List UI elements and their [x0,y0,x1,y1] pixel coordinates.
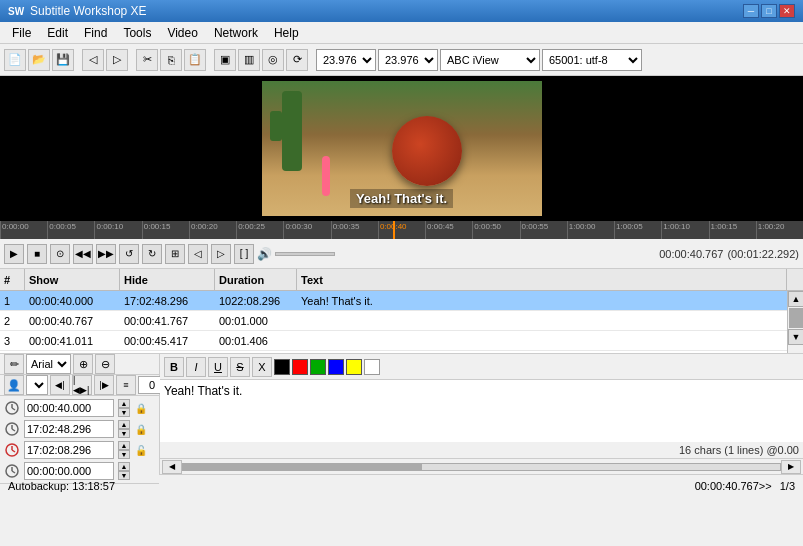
next-frame-button[interactable]: ▶▶ [96,244,116,264]
loop-button[interactable]: ⊙ [50,244,70,264]
h-scroll-thumb[interactable] [183,464,422,470]
underline-button[interactable]: U [208,357,228,377]
table-row[interactable]: 1 00:00:40.000 17:02:48.296 1022:08.296 … [0,291,803,311]
video-frame: Yeah! That's it. [262,81,542,216]
show-time-spin[interactable]: ▲ ▼ [118,399,130,417]
duration-lock-icon[interactable]: 🔓 [134,443,148,457]
redo-button[interactable]: ▷ [106,49,128,71]
hide-time-up[interactable]: ▲ [118,420,130,429]
tool2-button[interactable]: ▥ [238,49,260,71]
color-black[interactable] [274,359,290,375]
scroll-thumb[interactable] [789,308,803,328]
left-panel: ✏ Arial ⊕ ⊖ 👤 ◀| |◀▶| |▶ ≡ ⤺ ⤻ [0,354,160,474]
show-lock-icon[interactable]: 🔒 [134,401,148,415]
add-style-button[interactable]: ⊕ [73,354,93,374]
show-time-up[interactable]: ▲ [118,399,130,408]
pencil-button[interactable]: ✏ [4,354,24,374]
loop3-button[interactable]: ↻ [142,244,162,264]
tool3-button[interactable]: ◎ [262,49,284,71]
minimize-button[interactable]: ─ [743,4,759,18]
loop2-button[interactable]: ↺ [119,244,139,264]
style-select[interactable] [26,375,48,395]
undo-button[interactable]: ◁ [82,49,104,71]
copy-button[interactable]: ⎘ [160,49,182,71]
font-select[interactable]: Arial [26,354,71,374]
offset-time-input[interactable] [24,462,114,480]
encoding-select[interactable]: 65001: utf-8 [542,49,642,71]
duration-time-spin[interactable]: ▲ ▼ [118,441,130,459]
play-button[interactable]: ▶ [4,244,24,264]
playhead[interactable] [393,221,395,239]
edit-toolbar2: 👤 ◀| |◀▶| |▶ ≡ ⤺ ⤻ [0,375,159,396]
scroll-area: 1 00:00:40.000 17:02:48.296 1022:08.296 … [0,291,803,353]
scroll-down-button[interactable]: ▼ [788,329,803,345]
color-blue[interactable] [328,359,344,375]
hide-lock-icon[interactable]: 🔒 [134,422,148,436]
tool4-button[interactable]: ⟳ [286,49,308,71]
tick-7: 0:00:35 [331,221,378,239]
horizontal-scrollbar[interactable]: ◀ ▶ [160,458,803,474]
paste-button[interactable]: 📋 [184,49,206,71]
scroll-left-button[interactable]: ◀ [162,460,182,474]
cut-button[interactable]: ✂ [136,49,158,71]
menu-network[interactable]: Network [206,24,266,42]
menu-find[interactable]: Find [76,24,115,42]
settings-button[interactable]: ⊞ [165,244,185,264]
duration-time-input[interactable] [24,441,114,459]
menu-edit[interactable]: Edit [39,24,76,42]
table-row[interactable]: 2 00:00:40.767 00:00:41.767 00:01.000 [0,311,803,331]
hide-time-spin[interactable]: ▲ ▼ [118,420,130,438]
offset-time-down[interactable]: ▼ [118,471,130,480]
show-time-down[interactable]: ▼ [118,408,130,417]
remove-style-button[interactable]: ⊖ [95,354,115,374]
framerate1-select[interactable]: 23.976 25.000 29.970 [316,49,376,71]
cell-text: Yeah! That's it. [297,291,803,310]
offset-time-spin[interactable]: ▲ ▼ [118,462,130,480]
bracket-button[interactable]: [ ] [234,244,254,264]
strikethrough-button[interactable]: S [230,357,250,377]
scroll-right-button[interactable]: ▶ [781,460,801,474]
menu-tools[interactable]: Tools [115,24,159,42]
table-row[interactable]: 3 00:00:41.011 00:00:45.417 00:01.406 [0,331,803,351]
sub-next-button[interactable]: ▷ [211,244,231,264]
sub-prev-button[interactable]: ◁ [188,244,208,264]
edit-textarea[interactable] [160,380,803,442]
offset-time-up[interactable]: ▲ [118,462,130,471]
timeline[interactable]: 0:00:00 0:00:05 0:00:10 0:00:15 0:00:20 … [0,221,803,239]
menu-file[interactable]: File [4,24,39,42]
stop-button[interactable]: ■ [27,244,47,264]
maximize-button[interactable]: □ [761,4,777,18]
color-yellow[interactable] [346,359,362,375]
menu-help[interactable]: Help [266,24,307,42]
framerate2-select[interactable]: 23.976 25.000 29.970 [378,49,438,71]
prev-frame-button[interactable]: ◀◀ [73,244,93,264]
align-justify-button[interactable]: ≡ [116,375,136,395]
tick-1: 0:00:05 [47,221,94,239]
color-green[interactable] [310,359,326,375]
hide-time-down[interactable]: ▼ [118,429,130,438]
color-red[interactable] [292,359,308,375]
italic-button[interactable]: I [186,357,206,377]
clear-button[interactable]: X [252,357,272,377]
align-center-button[interactable]: |◀▶| [72,375,92,395]
menu-video[interactable]: Video [159,24,205,42]
align-left-button[interactable]: ◀| [50,375,70,395]
table-scrollbar[interactable]: ▲ ▼ [787,291,803,353]
duration-time-down[interactable]: ▼ [118,450,130,459]
save-button[interactable]: 💾 [52,49,74,71]
scroll-up-button[interactable]: ▲ [788,291,803,307]
h-scroll-track[interactable] [182,463,781,471]
show-time-input[interactable] [24,399,114,417]
hide-time-input[interactable] [24,420,114,438]
open-button[interactable]: 📂 [28,49,50,71]
new-button[interactable]: 📄 [4,49,26,71]
tool1-button[interactable]: ▣ [214,49,236,71]
bold-button[interactable]: B [164,357,184,377]
svg-line-8 [12,450,15,452]
duration-time-up[interactable]: ▲ [118,441,130,450]
close-button[interactable]: ✕ [779,4,795,18]
volume-slider[interactable] [275,252,335,256]
view-select[interactable]: ABC iView [440,49,540,71]
color-white[interactable] [364,359,380,375]
align-right-button[interactable]: |▶ [94,375,114,395]
